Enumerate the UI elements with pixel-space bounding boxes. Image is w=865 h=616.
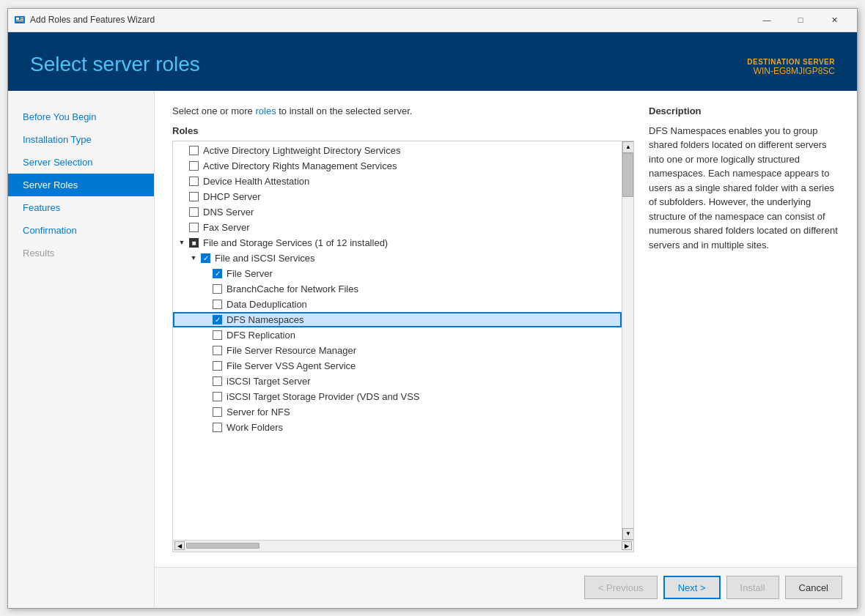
checkbox-dfs-rep[interactable] xyxy=(213,330,222,340)
list-item[interactable]: ✓ File Server xyxy=(173,266,622,281)
role-label: File Server xyxy=(227,268,273,279)
scroll-track[interactable] xyxy=(622,153,633,528)
role-label: Device Health Attestation xyxy=(203,176,309,187)
checkbox-iscsi-target[interactable] xyxy=(213,376,222,386)
list-item[interactable]: Active Directory Lightweight Directory S… xyxy=(173,143,622,158)
role-label: Active Directory Lightweight Directory S… xyxy=(203,145,400,156)
list-item[interactable]: Fax Server xyxy=(173,220,622,235)
sidebar-item-installation-type[interactable]: Installation Type xyxy=(8,128,154,151)
checkbox-branchcache[interactable] xyxy=(213,284,222,294)
sidebar-item-server-roles[interactable]: Server Roles xyxy=(8,174,154,196)
roles-link[interactable]: roles xyxy=(255,105,276,116)
description-title: Description xyxy=(649,105,839,116)
checkbox-fs-rm[interactable] xyxy=(213,346,222,355)
destination-name: WIN-EG8MJIGP8SC xyxy=(747,66,835,76)
list-item[interactable]: DFS Replication xyxy=(173,327,622,343)
list-item[interactable]: ✓ File and iSCSI Services xyxy=(173,251,622,266)
scroll-right-arrow[interactable]: ▶ xyxy=(622,541,632,550)
checkbox-fs-vss[interactable] xyxy=(213,361,222,371)
role-label: File Server VSS Agent Service xyxy=(227,360,356,371)
minimize-button[interactable]: — xyxy=(750,8,784,31)
roles-scroll-area[interactable]: Active Directory Lightweight Directory S… xyxy=(173,141,622,540)
list-item[interactable]: ■ File and Storage Services (1 of 12 ins… xyxy=(173,235,622,251)
checkbox-fax[interactable] xyxy=(189,223,199,232)
role-label: Active Directory Rights Management Servi… xyxy=(203,160,397,171)
list-item[interactable]: Work Folders xyxy=(173,420,622,435)
expand-arrow-icon[interactable] xyxy=(189,253,198,262)
checkbox-nfs[interactable] xyxy=(213,407,222,417)
checkbox-file-storage[interactable]: ■ xyxy=(189,238,199,248)
list-item[interactable]: Active Directory Rights Management Servi… xyxy=(173,158,622,174)
list-item[interactable]: Data Deduplication xyxy=(173,297,622,312)
roles-label: Roles xyxy=(172,125,634,136)
checkbox-ad-lds[interactable] xyxy=(189,146,199,155)
main-content: Select one or more roles to install on t… xyxy=(155,91,857,567)
window-controls: — □ ✕ xyxy=(750,8,851,31)
list-item[interactable]: iSCSI Target Server xyxy=(173,374,622,389)
scroll-down-arrow[interactable]: ▼ xyxy=(622,528,634,540)
checkbox-work-folders[interactable] xyxy=(213,423,222,432)
previous-button[interactable]: < Previous xyxy=(584,576,658,599)
list-item[interactable]: Server for NFS xyxy=(173,404,622,420)
wizard-window: Add Roles and Features Wizard — □ ✕ Sele… xyxy=(7,8,858,609)
scroll-thumb[interactable] xyxy=(622,153,633,197)
checkbox-iscsi-storage[interactable] xyxy=(213,392,222,401)
checkbox-dhcp[interactable] xyxy=(189,192,199,201)
checkbox-file-iscsi[interactable]: ✓ xyxy=(201,253,210,263)
sidebar: Before You Begin Installation Type Serve… xyxy=(8,91,155,608)
role-label: Server for NFS xyxy=(227,407,290,418)
sidebar-item-results: Results xyxy=(8,242,154,264)
horizontal-scrollbar[interactable]: ◀ ▶ xyxy=(172,541,634,552)
scroll-thumb-h[interactable] xyxy=(186,543,260,549)
roles-list: Active Directory Lightweight Directory S… xyxy=(173,141,622,437)
svg-rect-4 xyxy=(16,21,23,21)
role-label: iSCSI Target Storage Provider (VDS and V… xyxy=(227,391,420,402)
role-label: DNS Server xyxy=(203,207,254,218)
role-label: File and iSCSI Services xyxy=(215,253,315,264)
list-item[interactable]: DHCP Server xyxy=(173,189,622,204)
svg-rect-1 xyxy=(16,18,19,20)
expand-arrow-icon[interactable] xyxy=(177,238,186,247)
svg-rect-2 xyxy=(21,18,23,18)
sidebar-item-server-selection[interactable]: Server Selection xyxy=(8,151,154,174)
list-item[interactable]: ✓ DFS Namespaces xyxy=(173,312,622,327)
description-section: Description DFS Namespaces enables you t… xyxy=(649,105,839,552)
destination-label: DESTINATION SERVER xyxy=(747,58,835,66)
scroll-left-arrow[interactable]: ◀ xyxy=(174,541,185,550)
checkbox-ad-rms[interactable] xyxy=(189,161,199,171)
next-button[interactable]: Next > xyxy=(663,576,721,599)
list-item[interactable]: iSCSI Target Storage Provider (VDS and V… xyxy=(173,389,622,404)
role-label: Data Deduplication xyxy=(227,299,307,310)
cancel-button[interactable]: Cancel xyxy=(785,576,842,599)
role-label: File Server Resource Manager xyxy=(227,345,356,356)
roles-section: Select one or more roles to install on t… xyxy=(172,105,634,552)
role-label: iSCSI Target Server xyxy=(227,376,311,387)
svg-rect-3 xyxy=(21,19,23,20)
vertical-scrollbar[interactable]: ▲ ▼ xyxy=(622,141,633,540)
maximize-button[interactable]: □ xyxy=(784,8,817,31)
list-item[interactable]: File Server Resource Manager xyxy=(173,343,622,358)
list-item[interactable]: Device Health Attestation xyxy=(173,174,622,189)
close-button[interactable]: ✕ xyxy=(817,8,851,31)
role-label: Work Folders xyxy=(227,422,283,433)
list-item[interactable]: DNS Server xyxy=(173,204,622,220)
instruction-text: Select one or more roles to install on t… xyxy=(172,105,634,116)
content-area: Before You Begin Installation Type Serve… xyxy=(8,91,857,608)
sidebar-item-features[interactable]: Features xyxy=(8,196,154,219)
list-item[interactable]: BranchCache for Network Files xyxy=(173,281,622,297)
list-item[interactable]: File Server VSS Agent Service xyxy=(173,358,622,374)
role-label: File and Storage Services (1 of 12 insta… xyxy=(203,237,388,248)
checkbox-dns[interactable] xyxy=(189,207,199,217)
checkbox-dfs-ns[interactable]: ✓ xyxy=(213,315,222,324)
titlebar: Add Roles and Features Wizard — □ ✕ xyxy=(8,9,857,32)
description-text: DFS Namespaces enables you to group shar… xyxy=(649,124,839,253)
sidebar-item-before-you-begin[interactable]: Before You Begin xyxy=(8,105,154,128)
scroll-up-arrow[interactable]: ▲ xyxy=(622,141,634,153)
install-button[interactable]: Install xyxy=(726,576,779,599)
checkbox-data-dedup[interactable] xyxy=(213,300,222,309)
role-label: BranchCache for Network Files xyxy=(227,283,358,294)
checkbox-dha[interactable] xyxy=(189,177,199,186)
sidebar-item-confirmation[interactable]: Confirmation xyxy=(8,219,154,242)
destination-server: DESTINATION SERVER WIN-EG8MJIGP8SC xyxy=(747,58,835,76)
checkbox-file-server[interactable]: ✓ xyxy=(213,269,222,278)
